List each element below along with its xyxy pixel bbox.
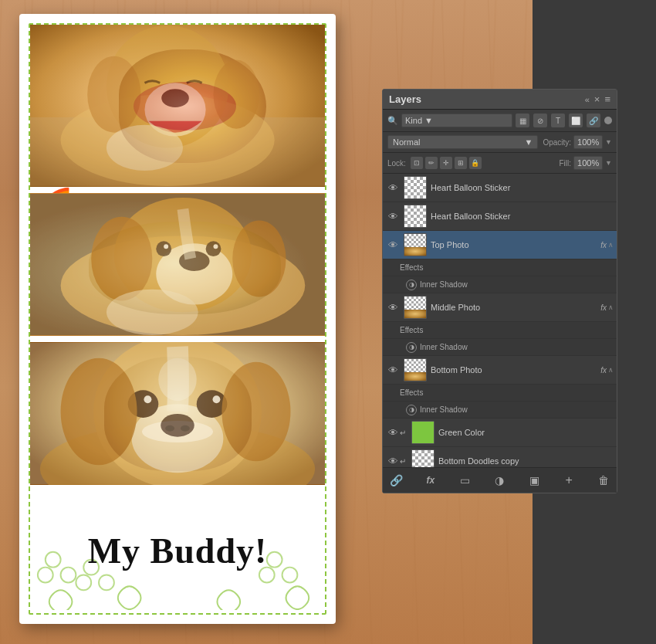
lock-transparent-btn[interactable]: ⊡ [411,157,423,169]
layer-visibility-toggle[interactable]: 👁 [386,454,400,467]
opacity-arrow[interactable]: ▼ [605,138,612,146]
lock-artboard-btn[interactable]: ⊞ [455,157,467,169]
blend-dropdown-arrow: ▼ [525,137,533,147]
add-adjustment-button[interactable]: ◑ [491,472,508,489]
title-bar-icons: « × ≡ [585,93,610,105]
layer-row-green-color[interactable]: 👁 ↵ Green Color [383,419,617,447]
lock-position-btn[interactable]: ✛ [440,157,452,169]
dot-filter[interactable] [604,117,612,124]
filter-icons: ▦ ⊘ T ⬜ 🔗 [516,114,612,127]
collapse-arrow[interactable]: ∧ [608,366,614,374]
polaroid-inner: 🌻 🌈 🎈 🩷 [29,23,326,615]
svg-point-26 [164,244,168,249]
effects-row: Effects [383,259,617,276]
delete-layer-button[interactable]: 🗑 [595,472,612,489]
layer-thumbnail [404,205,427,228]
svg-point-23 [232,221,286,297]
svg-point-40 [61,358,137,466]
bottom-photo [30,342,325,485]
opacity-label: Opacity: [543,138,571,147]
smart-filter-icon[interactable]: 🔗 [587,114,600,127]
fill-label: Fill: [560,159,572,168]
layer-visibility-toggle[interactable]: 👁 [386,425,400,439]
layer-visibility-toggle[interactable]: 👁 [386,238,400,252]
opacity-input[interactable]: 100% [573,135,603,149]
svg-point-25 [206,241,221,256]
fill-arrow[interactable]: ▼ [605,159,612,167]
effects-row-3: Effects [383,385,617,402]
svg-point-34 [165,425,174,432]
layer-name: Middle Photo [431,303,598,312]
opacity-group: Opacity: 100% ▼ [543,135,612,149]
link-layers-button[interactable]: 🔗 [387,472,404,489]
layer-thumbnail [404,176,427,199]
new-layer-button[interactable]: + [560,472,577,489]
type-filter-icon[interactable]: T [551,114,565,127]
layer-visibility-toggle[interactable]: 👁 [386,363,400,377]
lock-label: Lock: [387,159,406,168]
layer-visibility-toggle[interactable]: 👁 [386,181,400,195]
effect-name: Inner Shadow [420,343,468,351]
fx-button[interactable]: fx [422,472,439,489]
layer-thumbnail [404,358,427,381]
panel-menu-icon[interactable]: ≡ [604,93,610,105]
svg-point-13 [161,89,189,107]
lock-bar: Lock: ⊡ ✏ ✛ ⊞ 🔒 Fill: 100% ▼ [383,153,617,174]
collapse-arrow[interactable]: ∧ [608,303,614,311]
layer-name: Heart Balloon Sticker [431,212,614,221]
search-icon: 🔍 [387,116,398,126]
svg-point-35 [181,425,190,432]
shape-filter-icon[interactable]: ⬜ [569,114,583,127]
layer-visibility-toggle[interactable]: 👁 [386,300,400,314]
svg-point-15 [214,60,259,129]
svg-point-39 [213,395,221,403]
linked-icon-2: ↵ [400,457,406,466]
fill-input[interactable]: 100% [573,156,603,170]
layers-list[interactable]: 👁 Heart Balloon Sticker 👁 Heart Balloon … [383,174,617,467]
svg-point-41 [221,362,290,462]
inner-shadow-row[interactable]: ◑ Inner Shadow [383,276,617,293]
layer-row-bottom-photo[interactable]: 👁 Bottom Photo fx ∧ [383,356,617,385]
effects-label: Effects [400,326,423,334]
layer-row-bottom-doodles[interactable]: 👁 ↵ Bottom Doodles copy [383,447,617,467]
layer-row-middle-photo[interactable]: 👁 Middle Photo fx ∧ [383,293,617,322]
layer-row[interactable]: 👁 Heart Balloon Sticker [383,174,617,202]
kind-dropdown[interactable]: Kind ▼ [401,114,512,127]
effects-row-2: Effects [383,322,617,339]
effect-icon: ◑ [406,342,417,353]
group-layers-button[interactable]: ▣ [526,472,543,489]
layer-row-top-photo[interactable]: 👁 Top Photo fx ∧ [383,231,617,259]
lock-image-btn[interactable]: ✏ [425,157,438,169]
blend-mode-bar: Normal ▼ Opacity: 100% ▼ [383,132,617,153]
top-photo [30,25,325,187]
blend-mode-dropdown[interactable]: Normal ▼ [387,135,538,149]
collapse-arrow[interactable]: ∧ [608,241,614,249]
inner-shadow-row-3[interactable]: ◑ Inner Shadow [383,402,617,419]
effect-name: Inner Shadow [420,405,468,414]
svg-point-38 [144,395,151,403]
layer-name: Heart Balloon Sticker [431,183,614,192]
effect-icon: ◑ [406,280,417,290]
svg-point-42 [158,358,196,401]
layer-name: Green Color [438,428,614,437]
thumbnail-image [404,177,426,198]
pixel-filter-icon[interactable]: ▦ [516,114,529,127]
layer-visibility-toggle[interactable]: 👁 [386,209,400,223]
thumbnail-image [412,450,434,467]
fx-badge: fx [600,366,607,375]
svg-point-33 [161,414,194,437]
add-mask-button[interactable]: ▭ [457,472,474,489]
collapse-icon[interactable]: « [585,95,590,104]
layer-thumbnail [411,421,435,444]
layer-row[interactable]: 👁 Heart Balloon Sticker [383,202,617,231]
middle-photo [30,193,325,336]
adjustment-filter-icon[interactable]: ⊘ [533,114,547,127]
inner-shadow-row-2[interactable]: ◑ Inner Shadow [383,339,617,356]
lock-all-btn[interactable]: 🔒 [469,157,482,169]
layer-name: Bottom Doodles copy [438,456,614,466]
layers-search-bar: 🔍 Kind ▼ ▦ ⊘ T ⬜ 🔗 [383,110,617,132]
panel-close-icon[interactable]: × [594,93,600,105]
fill-group: Fill: 100% ▼ [560,156,612,170]
layer-thumbnail [404,296,427,319]
layer-thumbnail [404,233,427,256]
